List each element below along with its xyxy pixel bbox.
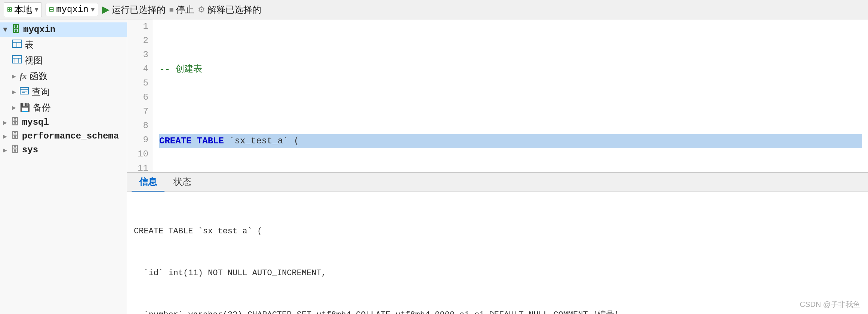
sidebar-db-label: myqxin [23,25,55,35]
func-icon: fx [20,71,27,81]
tab-status[interactable]: 状态 [166,173,199,192]
watermark: CSDN @子非我鱼 [800,299,861,310]
table-name-2: `sx_test_a` ( [224,134,299,148]
query-expand-icon: ▶ [12,88,16,96]
sys-expand-icon: ▶ [3,146,7,154]
line-num-5: 5 [132,76,148,90]
line-num-10: 10 [132,147,148,161]
svg-rect-7 [20,87,28,94]
code-content[interactable]: -- 创建表 CREATE TABLE `sx_test_a` ( `id` i… [153,19,868,172]
perf-expand-icon: ▶ [3,132,7,140]
sidebar-item-func[interactable]: ▶ fx 函数 [0,68,127,84]
kw-table: TABLE [197,134,224,148]
sidebar-item-perf-schema[interactable]: ▶ 🗄 performance_schema [0,129,127,143]
line-num-4: 4 [132,62,148,76]
stop-square-icon: ■ [169,5,174,14]
collapse-arrow-icon: ▼ [3,25,7,34]
line-num-2: 2 [132,34,148,48]
line-numbers: 1 2 3 4 5 6 7 8 9 10 11 12 [127,19,153,172]
query-label: 查询 [32,86,50,98]
bottom-content: CREATE TABLE `sx_test_a` ( `id` int(11) … [127,192,868,314]
backup-icon: 💾 [20,103,30,113]
sidebar-item-myqxin[interactable]: ▼ 🗄 myqxin [0,22,127,37]
local-arrow-icon: ▼ [34,6,39,13]
tab-info[interactable]: 信息 [132,173,164,192]
kw-create: CREATE [159,134,191,148]
stop-label: 停止 [176,4,194,16]
backup-expand-icon: ▶ [12,103,16,112]
table-label: 表 [25,39,34,51]
mysql-label: mysql [22,117,49,127]
line-num-8: 8 [132,119,148,133]
content-area: 1 2 3 4 5 6 7 8 9 10 11 12 - [127,19,868,314]
line-num-1: 1 [132,19,148,34]
sidebar-item-backup[interactable]: ▶ 💾 备份 [0,100,127,115]
sidebar-item-table[interactable]: 表 [0,37,127,53]
table-icon [12,40,22,50]
sidebar-item-query[interactable]: ▶ 查询 [0,84,127,100]
sys-label: sys [22,145,38,155]
func-label: 函数 [30,70,47,82]
line-num-11: 11 [132,161,148,172]
local-selector[interactable]: ⊞ 本地 ▼ [4,2,42,17]
editor-area[interactable]: 1 2 3 4 5 6 7 8 9 10 11 12 - [127,19,868,172]
db-arrow-icon: ▼ [91,6,95,13]
run-triangle-icon: ▶ [102,4,110,15]
bottom-panel: 信息 状态 CREATE TABLE `sx_test_a` ( `id` in… [127,172,868,314]
db-cylinder-icon: 🗄 [11,24,20,35]
sidebar-item-view[interactable]: 视图 [0,53,127,68]
code-line-1: -- 创建表 [159,62,862,77]
toolbar: ⊞ 本地 ▼ ⊟ myqxin ▼ ▶ 运行已选择的 ■ 停止 ⚙ 解释已选择的 [0,0,868,19]
comment-text-1: -- 创建表 [159,62,202,77]
bottom-line-1: CREATE TABLE `sx_test_a` ( [134,224,861,238]
bottom-line-3: `number` varchar(32) CHARACTER SET utf8m… [134,308,861,314]
bottom-line-2: `id` int(11) NOT NULL AUTO_INCREMENT, [134,266,861,280]
run-label: 运行已选择的 [112,4,166,16]
view-label: 视图 [25,55,43,66]
query-icon [20,87,29,97]
explain-button[interactable]: ⚙ 解释已选择的 [198,4,261,16]
bottom-tabs: 信息 状态 [127,173,868,192]
run-button[interactable]: ▶ 运行已选择的 [102,4,166,16]
tab-status-label: 状态 [173,177,191,187]
explain-label: 解释已选择的 [207,4,261,16]
line-num-9: 9 [132,133,148,147]
mysql-db-icon: 🗄 [11,117,19,127]
db-label: myqxin [56,4,88,15]
line-num-6: 6 [132,90,148,105]
watermark-text: CSDN @子非我鱼 [800,300,861,308]
sidebar-item-sys[interactable]: ▶ 🗄 sys [0,143,127,157]
code-line-2: CREATE TABLE `sx_test_a` ( [159,134,862,148]
stop-button[interactable]: ■ 停止 [169,4,194,16]
perf-db-icon: 🗄 [11,131,19,141]
sys-db-icon: 🗄 [11,145,19,155]
svg-rect-3 [12,56,21,63]
db-selector[interactable]: ⊟ myqxin ▼ [46,3,98,16]
backup-label: 备份 [33,102,51,114]
sidebar-item-mysql[interactable]: ▶ 🗄 mysql [0,115,127,129]
main-layout: ▼ 🗄 myqxin 表 [0,19,868,314]
perf-schema-label: performance_schema [22,131,119,141]
line-num-7: 7 [132,105,148,119]
local-db-icon: ⊞ [7,4,12,15]
view-icon [12,55,22,66]
code-editor[interactable]: 1 2 3 4 5 6 7 8 9 10 11 12 - [127,19,868,172]
space [191,134,197,148]
func-expand-icon: ▶ [12,72,16,80]
mysql-expand-icon: ▶ [3,118,7,127]
line-num-3: 3 [132,48,148,62]
explain-icon: ⚙ [198,5,205,15]
local-label: 本地 [14,4,32,16]
sidebar: ▼ 🗄 myqxin 表 [0,19,127,314]
tab-info-label: 信息 [139,177,157,187]
db-icon: ⊟ [49,4,54,15]
